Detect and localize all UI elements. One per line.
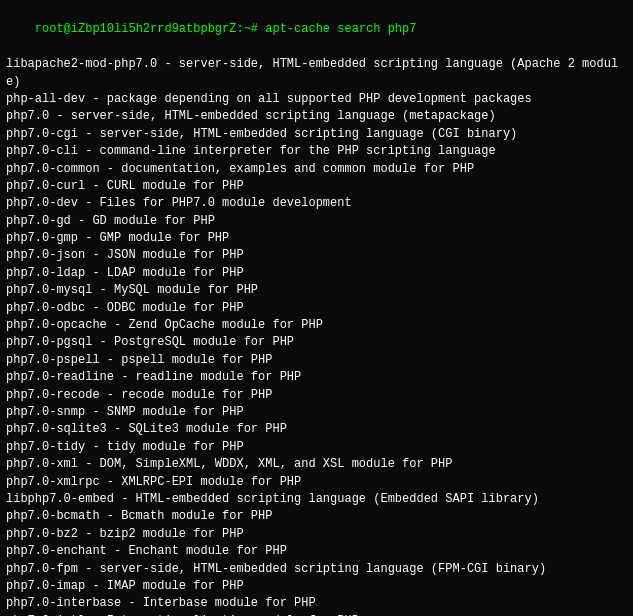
terminal-output-line: php7.0-cli - command-line interpreter fo… xyxy=(6,143,627,160)
terminal-output-line: php7.0-xml - DOM, SimpleXML, WDDX, XML, … xyxy=(6,456,627,473)
terminal-output-line: php7.0-interbase - Interbase module for … xyxy=(6,595,627,612)
terminal-output-line: php7.0-gd - GD module for PHP xyxy=(6,213,627,230)
terminal-output-line: php7.0-enchant - Enchant module for PHP xyxy=(6,543,627,560)
terminal-output-line: php7.0-imap - IMAP module for PHP xyxy=(6,578,627,595)
terminal-output-line: php7.0-pgsql - PostgreSQL module for PHP xyxy=(6,334,627,351)
terminal-output-line: php7.0-xmlrpc - XMLRPC-EPI module for PH… xyxy=(6,474,627,491)
terminal-output-line: libapache2-mod-php7.0 - server-side, HTM… xyxy=(6,56,627,91)
terminal-output-line: php7.0-snmp - SNMP module for PHP xyxy=(6,404,627,421)
terminal-output-line: php7.0-tidy - tidy module for PHP xyxy=(6,439,627,456)
terminal-output-line: php7.0-gmp - GMP module for PHP xyxy=(6,230,627,247)
terminal-output-line: php7.0-ldap - LDAP module for PHP xyxy=(6,265,627,282)
output-container: libapache2-mod-php7.0 - server-side, HTM… xyxy=(6,56,627,616)
terminal-output-line: php7.0-dev - Files for PHP7.0 module dev… xyxy=(6,195,627,212)
terminal-output-line: php7.0-sqlite3 - SQLite3 module for PHP xyxy=(6,421,627,438)
prompt-user: root@iZbp10li5h2rrd9atbpbgrZ:~# apt-cach… xyxy=(35,22,417,36)
terminal-output-line: php7.0-readline - readline module for PH… xyxy=(6,369,627,386)
terminal-output-line: php7.0-odbc - ODBC module for PHP xyxy=(6,300,627,317)
terminal-output-line: php7.0 - server-side, HTML-embedded scri… xyxy=(6,108,627,125)
terminal-output-line: libphp7.0-embed - HTML-embedded scriptin… xyxy=(6,491,627,508)
terminal-output-line: php7.0-bcmath - Bcmath module for PHP xyxy=(6,508,627,525)
terminal-output-line: php7.0-common - documentation, examples … xyxy=(6,161,627,178)
terminal-output-line: php7.0-bz2 - bzip2 module for PHP xyxy=(6,526,627,543)
terminal-output-line: php7.0-fpm - server-side, HTML-embedded … xyxy=(6,561,627,578)
terminal-output-line: php7.0-json - JSON module for PHP xyxy=(6,247,627,264)
terminal-output-line: php7.0-pspell - pspell module for PHP xyxy=(6,352,627,369)
terminal-output-line: php7.0-curl - CURL module for PHP xyxy=(6,178,627,195)
terminal-output-line: php7.0-opcache - Zend OpCache module for… xyxy=(6,317,627,334)
terminal-window: root@iZbp10li5h2rrd9atbpbgrZ:~# apt-cach… xyxy=(0,0,633,616)
terminal-output-line: php7.0-recode - recode module for PHP xyxy=(6,387,627,404)
terminal-output-line: php-all-dev - package depending on all s… xyxy=(6,91,627,108)
prompt-line: root@iZbp10li5h2rrd9atbpbgrZ:~# apt-cach… xyxy=(6,4,627,56)
terminal-output-line: php7.0-mysql - MySQL module for PHP xyxy=(6,282,627,299)
terminal-output-line: php7.0-cgi - server-side, HTML-embedded … xyxy=(6,126,627,143)
